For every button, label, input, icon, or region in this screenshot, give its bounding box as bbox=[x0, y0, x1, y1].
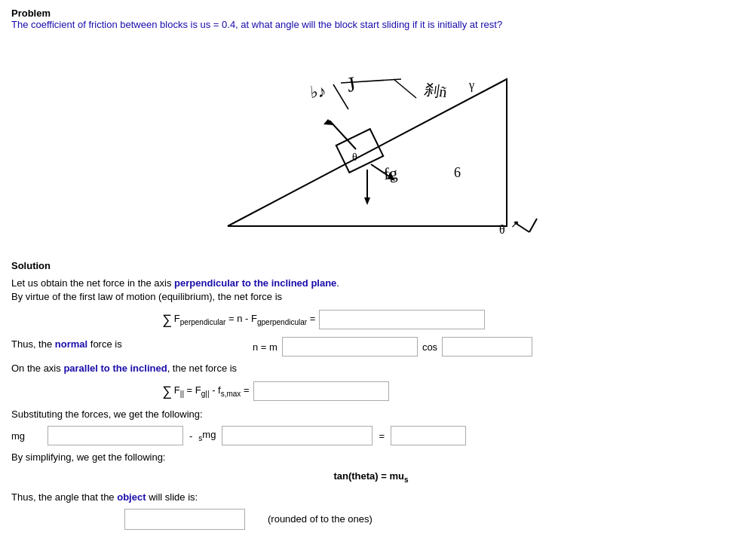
diagram-svg: ♭♪ 刹ñ J γ fg 6 θ ↗ θ bbox=[190, 38, 552, 249]
svg-text:θ: θ bbox=[499, 223, 505, 236]
problem-title: Problem bbox=[11, 8, 731, 19]
svg-text:♭♪: ♭♪ bbox=[309, 81, 327, 102]
problem-text: The coefficient of friction between bloc… bbox=[11, 19, 731, 30]
svg-text:γ: γ bbox=[468, 78, 474, 92]
angle-text: Thus, the angle that the object will sli… bbox=[11, 491, 731, 503]
parallel-text: On the axis parallel to the inclined, th… bbox=[11, 363, 731, 374]
svg-text:θ: θ bbox=[352, 151, 357, 163]
normal-text: Thus, the normal force is bbox=[11, 337, 253, 350]
final-input[interactable] bbox=[124, 509, 245, 530]
svg-line-18 bbox=[394, 79, 416, 98]
mg-input1[interactable] bbox=[48, 426, 183, 445]
subst-text: Substituting the forces, we get the foll… bbox=[11, 409, 731, 420]
tan-row: tan(theta) = mus bbox=[11, 470, 731, 484]
svg-line-19 bbox=[333, 84, 348, 109]
svg-text:刹ñ: 刹ñ bbox=[423, 81, 448, 100]
intro-line1: Let us obtain the net force in the axis … bbox=[11, 277, 731, 289]
simplify-text: By simplifying, we get the following: bbox=[11, 451, 731, 463]
svg-text:J: J bbox=[345, 72, 357, 96]
svg-text:6: 6 bbox=[454, 165, 461, 180]
mg-input2[interactable] bbox=[222, 426, 373, 445]
cos-input[interactable] bbox=[442, 337, 532, 357]
eq2-input[interactable] bbox=[253, 381, 389, 401]
solution-section: Solution Let us obtain the net force in … bbox=[11, 260, 731, 530]
eq2-row: ∑ F|| = Fg|| - fs,max = bbox=[11, 381, 731, 401]
normal-input[interactable] bbox=[282, 337, 418, 357]
svg-line-4 bbox=[330, 121, 356, 149]
problem-section: Problem The coefficient of friction betw… bbox=[11, 8, 731, 30]
normal-eq: n = m cos bbox=[253, 337, 731, 357]
eq1-input[interactable] bbox=[319, 310, 485, 329]
svg-text:fg: fg bbox=[383, 164, 398, 184]
mg-input3[interactable] bbox=[391, 426, 466, 445]
sigma1-icon: ∑ bbox=[162, 312, 172, 328]
svg-marker-3 bbox=[364, 197, 370, 205]
mg-row: mg - smg = bbox=[11, 426, 731, 445]
final-row: (rounded of to the ones) bbox=[11, 509, 731, 530]
svg-line-21 bbox=[529, 219, 537, 232]
diagram-area: ♭♪ 刹ñ J γ fg 6 θ ↗ θ bbox=[190, 38, 552, 249]
intro-block: Let us obtain the net force in the axis … bbox=[11, 277, 731, 302]
diagram-container: ♭♪ 刹ñ J γ fg 6 θ ↗ θ bbox=[11, 38, 731, 249]
intro-line2: By virtue of the first law of motion (eq… bbox=[11, 291, 731, 302]
rounded-label: (rounded of to the ones) bbox=[268, 513, 373, 525]
eq1-row: ∑ Fperpendicular = n - Fgperpendicular = bbox=[11, 310, 731, 329]
normal-block: Thus, the normal force is n = m cos bbox=[11, 337, 731, 357]
solution-title: Solution bbox=[11, 260, 731, 271]
sigma2-icon: ∑ bbox=[162, 384, 172, 399]
